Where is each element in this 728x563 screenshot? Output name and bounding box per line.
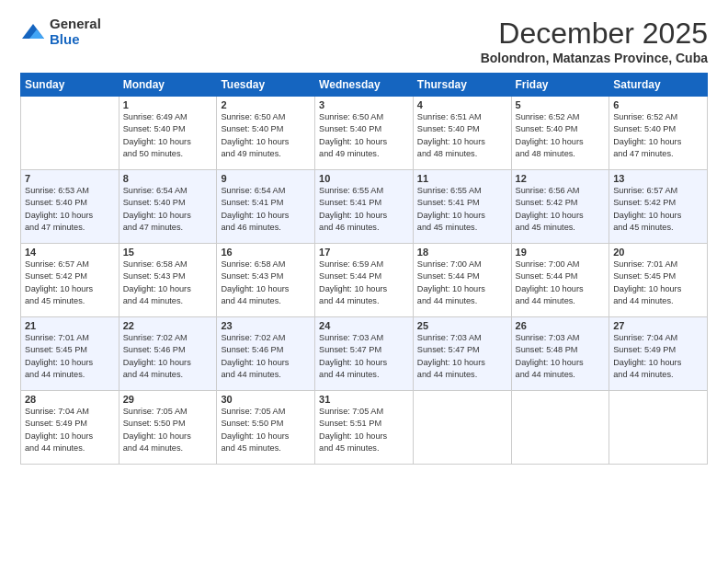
day-info: Sunrise: 6:55 AM Sunset: 5:41 PM Dayligh… (417, 185, 507, 234)
day-number: 2 (221, 99, 311, 110)
table-row: 3Sunrise: 6:50 AM Sunset: 5:40 PM Daylig… (315, 97, 414, 170)
day-number: 22 (123, 320, 213, 331)
location-subtitle: Bolondron, Matanzas Province, Cuba (481, 51, 708, 65)
table-row (21, 97, 119, 170)
table-row: 8Sunrise: 6:54 AM Sunset: 5:40 PM Daylig… (119, 170, 217, 244)
table-row (413, 391, 511, 465)
table-row: 23Sunrise: 7:02 AM Sunset: 5:46 PM Dayli… (217, 317, 315, 391)
day-info: Sunrise: 7:05 AM Sunset: 5:51 PM Dayligh… (319, 406, 409, 454)
table-row: 10Sunrise: 6:55 AM Sunset: 5:41 PM Dayli… (315, 170, 414, 244)
table-row: 13Sunrise: 6:57 AM Sunset: 5:42 PM Dayli… (609, 170, 708, 244)
table-row: 30Sunrise: 7:05 AM Sunset: 5:50 PM Dayli… (217, 391, 315, 465)
day-info: Sunrise: 7:03 AM Sunset: 5:48 PM Dayligh… (516, 332, 606, 381)
day-number: 10 (319, 173, 409, 184)
day-info: Sunrise: 6:54 AM Sunset: 5:41 PM Dayligh… (221, 185, 311, 234)
day-number: 27 (613, 320, 703, 331)
day-number: 7 (25, 173, 115, 184)
day-info: Sunrise: 6:58 AM Sunset: 5:43 PM Dayligh… (123, 259, 213, 307)
day-number: 28 (25, 394, 115, 405)
day-info: Sunrise: 6:49 AM Sunset: 5:40 PM Dayligh… (123, 111, 213, 160)
day-number: 25 (417, 320, 507, 331)
table-row (511, 391, 609, 465)
week-row-1: 7Sunrise: 6:53 AM Sunset: 5:40 PM Daylig… (21, 170, 708, 244)
day-info: Sunrise: 7:03 AM Sunset: 5:47 PM Dayligh… (319, 332, 409, 381)
day-info: Sunrise: 6:51 AM Sunset: 5:40 PM Dayligh… (417, 111, 507, 160)
day-info: Sunrise: 7:04 AM Sunset: 5:49 PM Dayligh… (25, 406, 115, 454)
title-area: December 2025 Bolondron, Matanzas Provin… (481, 17, 708, 65)
table-row: 14Sunrise: 6:57 AM Sunset: 5:42 PM Dayli… (21, 244, 119, 317)
logo-blue-text: Blue (50, 32, 101, 48)
day-info: Sunrise: 7:05 AM Sunset: 5:50 PM Dayligh… (221, 406, 311, 454)
day-info: Sunrise: 7:00 AM Sunset: 5:44 PM Dayligh… (516, 259, 606, 307)
table-row: 25Sunrise: 7:03 AM Sunset: 5:47 PM Dayli… (413, 317, 511, 391)
day-number: 18 (417, 247, 507, 258)
logo-icon (20, 22, 46, 42)
table-row: 29Sunrise: 7:05 AM Sunset: 5:50 PM Dayli… (119, 391, 217, 465)
day-info: Sunrise: 7:04 AM Sunset: 5:49 PM Dayligh… (613, 332, 703, 381)
day-info: Sunrise: 7:01 AM Sunset: 5:45 PM Dayligh… (25, 332, 115, 381)
table-row: 22Sunrise: 7:02 AM Sunset: 5:46 PM Dayli… (119, 317, 217, 391)
day-number: 8 (123, 173, 213, 184)
logo-general-text: General (50, 17, 101, 32)
day-info: Sunrise: 6:55 AM Sunset: 5:41 PM Dayligh… (319, 185, 409, 234)
day-info: Sunrise: 6:50 AM Sunset: 5:40 PM Dayligh… (319, 111, 409, 160)
day-number: 14 (25, 247, 115, 258)
header-saturday: Saturday (609, 74, 708, 97)
header-thursday: Thursday (413, 74, 511, 97)
table-row: 5Sunrise: 6:52 AM Sunset: 5:40 PM Daylig… (511, 97, 609, 170)
day-info: Sunrise: 6:50 AM Sunset: 5:40 PM Dayligh… (221, 111, 311, 160)
week-row-4: 28Sunrise: 7:04 AM Sunset: 5:49 PM Dayli… (21, 391, 708, 465)
day-number: 17 (319, 247, 409, 258)
table-row: 20Sunrise: 7:01 AM Sunset: 5:45 PM Dayli… (609, 244, 708, 317)
day-info: Sunrise: 6:57 AM Sunset: 5:42 PM Dayligh… (25, 259, 115, 307)
logo: General Blue (20, 17, 101, 47)
week-row-3: 21Sunrise: 7:01 AM Sunset: 5:45 PM Dayli… (21, 317, 708, 391)
day-number: 23 (221, 320, 311, 331)
table-row: 31Sunrise: 7:05 AM Sunset: 5:51 PM Dayli… (315, 391, 414, 465)
day-number: 16 (221, 247, 311, 258)
header-tuesday: Tuesday (217, 74, 315, 97)
day-info: Sunrise: 6:53 AM Sunset: 5:40 PM Dayligh… (25, 185, 115, 234)
day-number: 15 (123, 247, 213, 258)
day-number: 19 (516, 247, 606, 258)
day-info: Sunrise: 6:54 AM Sunset: 5:40 PM Dayligh… (123, 185, 213, 234)
calendar-table: Sunday Monday Tuesday Wednesday Thursday… (20, 73, 708, 465)
day-number: 24 (319, 320, 409, 331)
week-row-2: 14Sunrise: 6:57 AM Sunset: 5:42 PM Dayli… (21, 244, 708, 317)
table-row: 12Sunrise: 6:56 AM Sunset: 5:42 PM Dayli… (511, 170, 609, 244)
header-row: Sunday Monday Tuesday Wednesday Thursday… (21, 74, 708, 97)
day-info: Sunrise: 6:52 AM Sunset: 5:40 PM Dayligh… (516, 111, 606, 160)
table-row: 19Sunrise: 7:00 AM Sunset: 5:44 PM Dayli… (511, 244, 609, 317)
header-friday: Friday (511, 74, 609, 97)
day-number: 11 (417, 173, 507, 184)
month-title: December 2025 (481, 17, 708, 51)
day-info: Sunrise: 7:02 AM Sunset: 5:46 PM Dayligh… (123, 332, 213, 381)
table-row: 1Sunrise: 6:49 AM Sunset: 5:40 PM Daylig… (119, 97, 217, 170)
day-number: 13 (613, 173, 703, 184)
day-number: 21 (25, 320, 115, 331)
day-info: Sunrise: 6:57 AM Sunset: 5:42 PM Dayligh… (613, 185, 703, 234)
day-info: Sunrise: 6:52 AM Sunset: 5:40 PM Dayligh… (613, 111, 703, 160)
table-row: 17Sunrise: 6:59 AM Sunset: 5:44 PM Dayli… (315, 244, 414, 317)
table-row: 7Sunrise: 6:53 AM Sunset: 5:40 PM Daylig… (21, 170, 119, 244)
day-number: 6 (613, 99, 703, 110)
table-row: 11Sunrise: 6:55 AM Sunset: 5:41 PM Dayli… (413, 170, 511, 244)
day-info: Sunrise: 6:59 AM Sunset: 5:44 PM Dayligh… (319, 259, 409, 307)
table-row: 24Sunrise: 7:03 AM Sunset: 5:47 PM Dayli… (315, 317, 414, 391)
table-row: 2Sunrise: 6:50 AM Sunset: 5:40 PM Daylig… (217, 97, 315, 170)
table-row: 27Sunrise: 7:04 AM Sunset: 5:49 PM Dayli… (609, 317, 708, 391)
header-sunday: Sunday (21, 74, 119, 97)
header-area: General Blue December 2025 Bolondron, Ma… (20, 17, 708, 65)
day-number: 26 (516, 320, 606, 331)
day-number: 30 (221, 394, 311, 405)
day-info: Sunrise: 6:56 AM Sunset: 5:42 PM Dayligh… (516, 185, 606, 234)
day-info: Sunrise: 7:03 AM Sunset: 5:47 PM Dayligh… (417, 332, 507, 381)
day-number: 29 (123, 394, 213, 405)
day-number: 5 (516, 99, 606, 110)
day-number: 12 (516, 173, 606, 184)
day-number: 31 (319, 394, 409, 405)
table-row: 15Sunrise: 6:58 AM Sunset: 5:43 PM Dayli… (119, 244, 217, 317)
table-row: 9Sunrise: 6:54 AM Sunset: 5:41 PM Daylig… (217, 170, 315, 244)
day-number: 9 (221, 173, 311, 184)
day-number: 1 (123, 99, 213, 110)
